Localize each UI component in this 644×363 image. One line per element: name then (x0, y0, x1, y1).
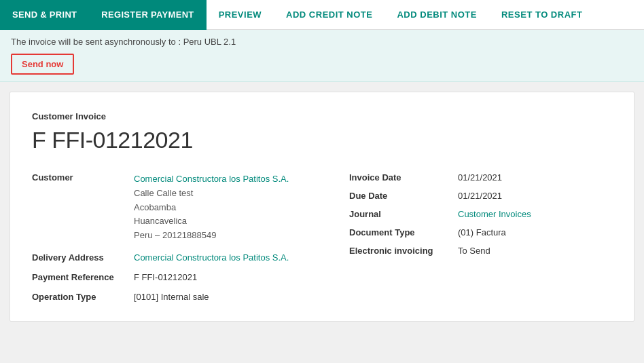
electronic-invoicing-value: To Send (458, 246, 490, 256)
customer-address-block: Comercial Constructora los Patitos S.A. … (134, 172, 289, 243)
document-number: F FFI-01212021 (32, 127, 612, 153)
document-type-label: Customer Invoice (32, 111, 612, 121)
send-print-button[interactable]: SEND & PRINT (0, 0, 89, 30)
notification-message: The invoice will be sent asynchronously … (11, 37, 633, 47)
send-now-button[interactable]: Send now (11, 54, 74, 75)
delivery-address-row: Delivery Address Comercial Constructora … (32, 252, 322, 263)
document-type-row-value: (01) Factura (458, 227, 506, 237)
customer-label: Customer (32, 172, 134, 183)
preview-button[interactable]: PREVIEW (207, 0, 274, 30)
left-fields: Customer Comercial Constructora los Pati… (32, 172, 322, 302)
due-date-value: 01/21/2021 (458, 191, 502, 201)
document-type-row: Document Type (01) Factura (349, 227, 612, 237)
operation-type-row: Operation Type [0101] Internal sale (32, 292, 322, 302)
notification-bar: The invoice will be sent asynchronously … (0, 30, 644, 82)
due-date-row: Due Date 01/21/2021 (349, 191, 612, 201)
payment-reference-row: Payment Reference F FFI-01212021 (32, 272, 322, 282)
invoice-date-value: 01/21/2021 (458, 172, 502, 183)
payment-reference-label: Payment Reference (32, 272, 134, 282)
electronic-invoicing-row: Electronic invoicing To Send (349, 246, 612, 256)
customer-row: Customer Comercial Constructora los Pati… (32, 172, 322, 243)
invoice-document: Customer Invoice F FFI-01212021 Customer… (10, 92, 634, 322)
journal-row: Journal Customer Invoices (349, 209, 612, 219)
operation-type-label: Operation Type (32, 292, 134, 302)
toolbar: SEND & PRINT REGISTER PAYMENT PREVIEW AD… (0, 0, 644, 30)
address-line4: Peru – 20121888549 (134, 229, 289, 243)
invoice-date-row: Invoice Date 01/21/2021 (349, 172, 612, 183)
invoice-date-label: Invoice Date (349, 172, 458, 183)
add-debit-note-button[interactable]: ADD DEBIT NOTE (384, 0, 489, 30)
journal-value[interactable]: Customer Invoices (458, 209, 531, 219)
operation-type-value: [0101] Internal sale (134, 292, 209, 302)
add-credit-note-button[interactable]: ADD CREDIT NOTE (274, 0, 384, 30)
delivery-address-value[interactable]: Comercial Constructora los Patitos S.A. (134, 252, 289, 263)
customer-name-link[interactable]: Comercial Constructora los Patitos S.A. (134, 172, 289, 187)
register-payment-button[interactable]: REGISTER PAYMENT (89, 0, 206, 30)
document-type-row-label: Document Type (349, 227, 458, 237)
journal-label: Journal (349, 209, 458, 219)
delivery-address-label: Delivery Address (32, 252, 134, 263)
address-line2: Acobamba (134, 201, 289, 215)
address-line3: Huancavelica (134, 214, 289, 229)
reset-to-draft-button[interactable]: RESET TO DRAFT (489, 0, 594, 30)
right-fields: Invoice Date 01/21/2021 Due Date 01/21/2… (322, 172, 612, 302)
electronic-invoicing-label: Electronic invoicing (349, 246, 458, 256)
payment-reference-value: F FFI-01212021 (134, 272, 197, 282)
due-date-label: Due Date (349, 191, 458, 201)
address-line1: Calle Calle test (134, 187, 289, 201)
